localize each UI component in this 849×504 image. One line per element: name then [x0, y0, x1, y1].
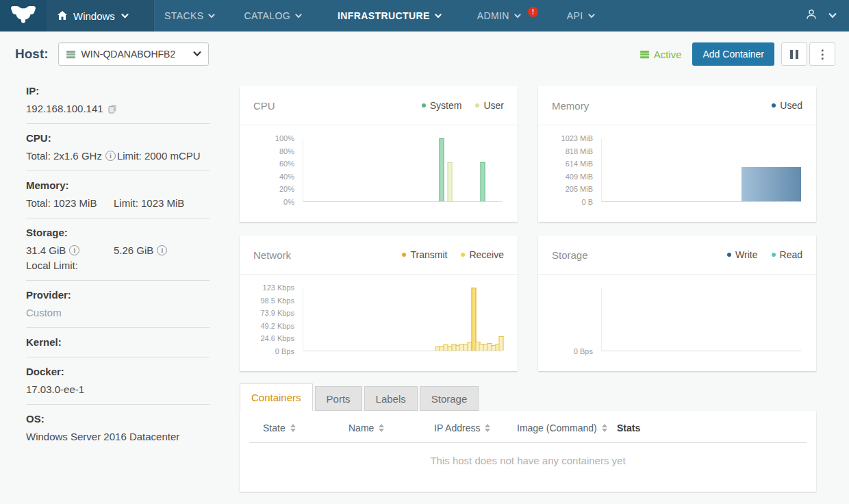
tab-labels[interactable]: Labels [364, 386, 418, 411]
chart-legend: TransmitReceive [388, 249, 504, 260]
memory-total: Total: 1023 MiB [26, 197, 114, 209]
os-label: OS: [26, 413, 210, 425]
chart-bar-system [480, 162, 485, 201]
account-chevron-icon[interactable] [828, 13, 837, 18]
cpu-total: Total: 2x1.6 GHz [26, 150, 102, 162]
select-caret-icon [193, 51, 201, 57]
kernel-section: Kernel: [26, 328, 210, 357]
selected-host-name: WIN-QDANABOHFB2 [81, 49, 176, 60]
y-axis-tick: 40% [279, 173, 294, 181]
info-icon[interactable] [69, 245, 79, 255]
os-section: OS: Windows Server 2016 Datacenter [26, 405, 210, 442]
chevron-down-icon [121, 14, 129, 18]
cpu-label: CPU: [26, 132, 210, 144]
rancher-cow-icon [10, 5, 36, 26]
home-icon [58, 10, 67, 22]
y-axis-tick: 818 MiB [566, 147, 593, 155]
legend-ring-icon [422, 103, 426, 108]
environment-label: Windows [73, 10, 115, 22]
legend-read[interactable]: Read [772, 249, 802, 260]
chart-legend: SystemUser [408, 100, 504, 111]
info-icon[interactable] [105, 151, 116, 161]
top-nav: Windows STACKS CATALOG INFRASTRUCTURE AD… [0, 0, 849, 32]
legend-write[interactable]: Write [727, 249, 757, 260]
pause-button[interactable] [781, 42, 807, 66]
y-axis: 100%80%60%40%20%0% [240, 138, 303, 202]
nav-stacks[interactable]: STACKS [164, 10, 215, 21]
host-select[interactable]: WIN-QDANABOHFB2 [58, 42, 209, 66]
network-chart-plot [303, 288, 503, 351]
chart-legend: Used [758, 100, 802, 111]
nav-infrastructure[interactable]: INFRASTRUCTURE [338, 10, 442, 21]
tab-containers[interactable]: Containers [240, 383, 313, 411]
legend-used[interactable]: Used [772, 100, 802, 111]
legend-receive[interactable]: Receive [461, 249, 504, 260]
rancher-logo[interactable] [0, 0, 47, 32]
legend-system[interactable]: System [422, 100, 462, 111]
provider-label: Provider: [26, 289, 210, 301]
legend-transmit[interactable]: Transmit [402, 249, 447, 260]
y-axis-tick: 80% [279, 147, 294, 155]
host-header: Host: WIN-QDANABOHFB2 Active Add Contain… [0, 32, 849, 74]
y-axis-tick: 60% [279, 160, 294, 168]
column-ip-address[interactable]: IP Address [434, 423, 517, 433]
nav-api[interactable]: API [567, 10, 595, 21]
more-actions-button[interactable] [809, 42, 835, 66]
chart-title: CPU [253, 100, 275, 112]
legend-user[interactable]: User [475, 100, 504, 111]
legend-ring-icon [727, 253, 731, 257]
table-header: State Name IP Address Image (Command) St… [249, 411, 807, 443]
chevron-down-icon [588, 14, 595, 18]
tab-storage[interactable]: Storage [420, 386, 479, 411]
legend-ring-icon [772, 103, 776, 108]
os-value: Windows Server 2016 Datacenter [26, 431, 210, 442]
docker-value: 17.03.0-ee-1 [26, 383, 210, 395]
y-axis-tick: 205 MiB [566, 185, 593, 193]
environment-menu[interactable]: Windows [47, 0, 155, 32]
y-axis-tick: 0 Bps [275, 347, 294, 355]
network-chart-card: Network TransmitReceive 123 Kbps98.5 Kbp… [240, 236, 518, 371]
tab-ports[interactable]: Ports [315, 386, 362, 411]
column-name[interactable]: Name [349, 423, 434, 433]
detail-tabs: Containers Ports Labels Storage [240, 383, 816, 411]
column-state[interactable]: State [263, 423, 349, 433]
storage-section: Storage: 31.4 GiB 5.26 GiB Local Limit: [26, 218, 210, 281]
y-axis-tick: 0 B [581, 198, 593, 206]
containers-panel: State Name IP Address Image (Command) St… [240, 411, 816, 492]
y-axis-tick: 123 Kbps [263, 284, 294, 292]
y-axis-tick: 24.6 Kbps [260, 334, 294, 342]
docker-label: Docker: [26, 366, 210, 377]
y-axis: 1023 MiB818 MiB614 MiB409 MiB205 MiB0 B [538, 138, 601, 202]
empty-state-message: This host does not have any containers y… [240, 443, 816, 466]
cpu-limit: Limit: 2000 mCPU [117, 150, 201, 162]
user-icon[interactable] [805, 8, 818, 23]
storage-local-limit: Local Limit: [26, 260, 210, 271]
chart-area-used [742, 167, 801, 201]
legend-ring-icon [475, 103, 479, 108]
cpu-chart-plot [303, 138, 503, 202]
legend-ring-icon [402, 253, 406, 257]
page-content: IP: 192.168.100.141 CPU: Total: 2x1.6 GH… [0, 74, 849, 492]
host-actions: Active Add Container [639, 42, 835, 66]
docker-section: Docker: 17.03.0-ee-1 [26, 357, 210, 405]
storage-label: Storage: [26, 227, 210, 238]
storage-free: 5.26 GiB [114, 244, 153, 256]
y-axis-tick: 73.9 Kbps [260, 309, 294, 317]
storage-used: 31.4 GiB [26, 244, 66, 256]
main-nav: STACKS CATALOG INFRASTRUCTURE ADMIN ! AP… [155, 0, 595, 32]
copy-icon[interactable] [108, 104, 117, 114]
provider-value: Custom [26, 307, 210, 318]
nav-catalog[interactable]: CATALOG [244, 10, 302, 21]
pause-icon [790, 50, 793, 59]
chart-title: Storage [552, 249, 588, 261]
cpu-section: CPU: Total: 2x1.6 GHz Limit: 2000 mCPU [26, 124, 210, 171]
info-icon[interactable] [157, 245, 167, 255]
nav-admin[interactable]: ADMIN ! [477, 10, 538, 21]
memory-label: Memory: [26, 179, 210, 191]
column-image-command[interactable]: Image (Command) [517, 423, 617, 433]
add-container-button[interactable]: Add Container [692, 42, 774, 66]
chevron-down-icon [514, 14, 521, 18]
status-label: Active [654, 49, 682, 60]
memory-chart-card: Memory Used 1023 MiB818 MiB614 MiB409 Mi… [538, 86, 816, 222]
ip-section: IP: 192.168.100.141 [26, 77, 210, 124]
